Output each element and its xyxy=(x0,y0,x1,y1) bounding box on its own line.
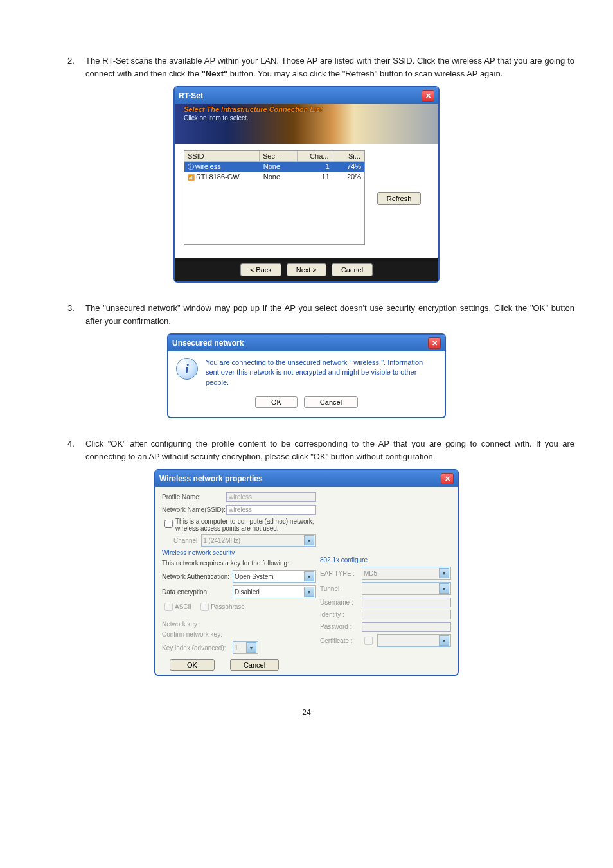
close-icon[interactable]: ✕ xyxy=(422,90,434,102)
keyidx-value: 1 xyxy=(235,644,238,651)
back-button[interactable]: < Back xyxy=(240,263,281,276)
cancel-button[interactable]: Cancel xyxy=(230,659,279,671)
keyidx-label: Key index (advanced): xyxy=(162,644,233,651)
chevron-down-icon: ▼ xyxy=(304,535,314,545)
security-section-title: Wireless network security xyxy=(162,549,316,556)
chevron-down-icon: ▼ xyxy=(439,583,449,594)
channel-value: 1 (2412MHz) xyxy=(203,537,240,544)
adhoc-checkbox[interactable] xyxy=(164,520,173,528)
identity-label: Identity : xyxy=(320,611,362,618)
enc-select[interactable]: Disabled ▼ xyxy=(233,585,316,598)
tunnel-label: Tunnel : xyxy=(320,585,362,592)
step-2-text-b: "Next" xyxy=(202,69,228,78)
ssid-input[interactable] xyxy=(226,505,316,515)
cancel-button[interactable]: Cacnel xyxy=(332,263,373,276)
col-ssid: SSID xyxy=(184,151,260,161)
props-title: Wireless network properties xyxy=(159,474,263,483)
cell-cha: 1 xyxy=(298,162,333,172)
security-desc: This network requires a key for the foll… xyxy=(162,560,316,567)
passphrase-checkbox xyxy=(200,603,209,611)
step-3-number: 3. xyxy=(67,302,85,327)
step-4-number: 4. xyxy=(67,438,85,463)
wireless-props-dialog: Wireless network properties ✕ Profile Na… xyxy=(154,469,459,676)
cell-sec: None xyxy=(260,172,298,181)
rtset-title: RT-Set xyxy=(179,91,203,100)
ascii-checkbox xyxy=(164,603,173,611)
username-input xyxy=(362,598,451,607)
enc-label: Data encryption: xyxy=(162,589,233,596)
next-button[interactable]: Next > xyxy=(287,263,326,276)
ok-button[interactable]: OK xyxy=(255,396,298,408)
chevron-down-icon: ▼ xyxy=(439,635,449,646)
ap-list[interactable]: SSID Sec... Cha... Si... wireless None 1… xyxy=(184,150,365,245)
table-row[interactable]: wireless None 1 74% xyxy=(184,162,364,172)
identity-input xyxy=(362,610,451,619)
rtset-titlebar: RT-Set ✕ xyxy=(175,87,438,104)
col-sec: Sec... xyxy=(260,151,298,161)
cell-si: 20% xyxy=(333,172,364,181)
cancel-button[interactable]: Cancel xyxy=(304,396,358,408)
channel-label: Channel xyxy=(173,537,197,544)
netkey-label: Network key: xyxy=(162,621,233,628)
close-icon[interactable]: ✕ xyxy=(428,337,441,349)
chevron-down-icon: ▼ xyxy=(246,642,256,653)
banner-subtitle: Click on Item to select. xyxy=(184,114,432,121)
confkey-label: Confirm network key: xyxy=(162,631,233,638)
table-row[interactable]: RTL8186-GW None 11 20% xyxy=(184,172,364,181)
step-4-text: Click "OK" after configuring the profile… xyxy=(85,438,574,463)
chevron-down-icon[interactable]: ▼ xyxy=(304,587,314,597)
auth-value: Open System xyxy=(235,573,274,580)
cell-si: 74% xyxy=(333,162,364,172)
step-2-text-c: button. You may also click the "Refresh"… xyxy=(227,69,502,78)
unsec-titlebar: Unsecured network ✕ xyxy=(168,335,445,351)
enc-value: Disabled xyxy=(235,589,260,596)
eap-label: EAP TYPE : xyxy=(320,570,362,577)
info-icon: i xyxy=(176,358,198,380)
eap-select: MD5 ▼ xyxy=(362,567,451,580)
8021x-section-title: 802.1x configure xyxy=(320,556,451,563)
ascii-label: ASCII xyxy=(175,603,191,610)
col-si: Si... xyxy=(332,151,364,161)
unsec-message: You are connecting to the unsecured netw… xyxy=(206,358,437,387)
tunnel-select: ▼ xyxy=(362,582,451,595)
channel-select: 1 (2412MHz) ▼ xyxy=(201,534,316,547)
unsecured-dialog: Unsecured network ✕ i You are connecting… xyxy=(167,333,446,418)
refresh-button[interactable]: Refresh xyxy=(377,192,422,205)
chevron-down-icon[interactable]: ▼ xyxy=(304,571,314,581)
rtset-footer: < Back Next > Cacnel xyxy=(175,258,438,281)
unsec-title: Unsecured network xyxy=(172,339,244,348)
auth-select[interactable]: Open System ▼ xyxy=(233,570,316,583)
close-icon[interactable]: ✕ xyxy=(441,473,454,484)
ssid-label: Network Name(SSID): xyxy=(162,506,226,513)
cell-ssid: wireless xyxy=(184,162,260,172)
eap-value: MD5 xyxy=(364,570,377,577)
props-titlebar: Wireless network properties ✕ xyxy=(155,470,458,487)
ap-list-header: SSID Sec... Cha... Si... xyxy=(184,151,364,162)
profile-name-input xyxy=(226,492,316,502)
cert-checkbox xyxy=(364,637,373,645)
cell-ssid: RTL8186-GW xyxy=(184,172,260,181)
adhoc-label: This is a computer-to-computer(ad hoc) n… xyxy=(175,518,316,532)
ok-button[interactable]: OK xyxy=(170,659,215,671)
page-number: 24 xyxy=(39,708,574,717)
profile-name-label: Profile Name: xyxy=(162,493,226,500)
step-2-number: 2. xyxy=(67,55,85,80)
cell-sec: None xyxy=(260,162,298,172)
passphrase-label: Passphrase xyxy=(211,603,245,610)
cert-select: ▼ xyxy=(377,634,451,647)
col-cha: Cha... xyxy=(298,151,332,161)
rtset-window: RT-Set ✕ Select The Infrastructure Conne… xyxy=(173,86,440,283)
step-3-text: The "unsecured network" window may pop u… xyxy=(85,302,574,327)
auth-label: Network Authentication: xyxy=(162,573,233,580)
cert-label: Certificate : xyxy=(320,637,362,644)
password-label: Password : xyxy=(320,623,362,630)
step-2-text: The RT-Set scans the available AP within… xyxy=(85,55,574,80)
username-label: Username : xyxy=(320,599,362,606)
cell-cha: 11 xyxy=(298,172,333,181)
chevron-down-icon: ▼ xyxy=(439,568,449,578)
password-input xyxy=(362,622,451,632)
keyidx-select: 1 ▼ xyxy=(233,641,258,654)
rtset-banner: Select The Infrastructure Connection Lis… xyxy=(175,104,438,144)
banner-title: Select The Infrastructure Connection Lis… xyxy=(184,105,432,113)
